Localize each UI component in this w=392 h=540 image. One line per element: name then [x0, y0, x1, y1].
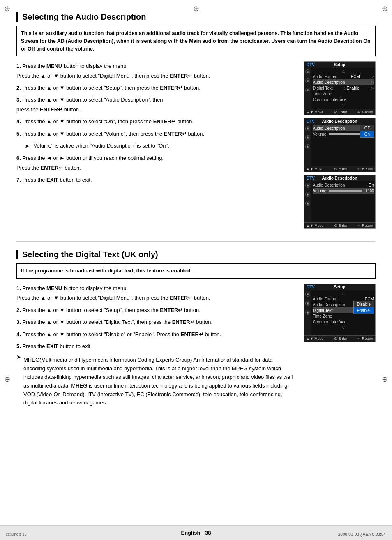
s2-step2: 2. Press the ▲ or ▼ button to select "Se…	[16, 305, 295, 315]
tv-screen3-content: Audio Description : On Volume I 100	[311, 181, 375, 222]
tv-row-dt-label: Digital Text	[313, 86, 333, 90]
section1-intro-text: This is an auxiliary audio function that…	[21, 30, 371, 52]
tv-footer4-move: ▲▼ Move	[306, 337, 323, 341]
tv-row-timezone: Time Zone	[313, 91, 374, 97]
tv-row-af-value: : PCM	[348, 74, 360, 79]
tv4-row-common-interface: Common Interface	[313, 319, 374, 325]
tv-row-audio-format: Audio Format : PCM ▷	[313, 74, 374, 79]
compass-top-left-icon: ⊕	[4, 4, 10, 13]
tv-screen1-icons: ◉ ◉ ◉	[304, 68, 311, 109]
bottom-right-text: 2008-03-03 ¿ÀÈÄ 5:03:54	[338, 532, 386, 537]
step5-note: ➤ "Volume" is active when "Audio Descrip…	[25, 141, 295, 151]
tv-screen1-header: DTV Setup	[304, 62, 375, 68]
s2-step4: 4. Press the ▲ or ▼ button to select "Di…	[16, 330, 295, 339]
section2-instructions: 1. Press the MENU button to display the …	[16, 284, 295, 409]
tv-screen4-nav-up: △	[313, 291, 374, 296]
tv-footer2-enter: ⊙ Enter	[334, 167, 347, 171]
tv-screen3-footer: ▲▼ Move ⊙ Enter ↩ Return	[304, 222, 375, 228]
tv-footer4-enter: ⊙ Enter	[334, 337, 347, 341]
tv-screen1-dtv: DTV	[307, 62, 315, 67]
mheg-note-text: MHEG(Multimedia and Hypermedia Informati…	[23, 356, 295, 407]
bottom-bar: English - 38	[0, 525, 392, 540]
tv2-popup-on: On	[360, 131, 374, 137]
tv4-popup: Disable Enable	[353, 301, 374, 314]
bottom-page-num: - 38	[202, 530, 211, 536]
tv-footer2-return: ↩ Return	[357, 167, 373, 171]
mheg-note-line: ➤ MHEG(Multimedia and Hypermedia Informa…	[16, 353, 295, 407]
tv-screen1-nav-up: △	[313, 69, 374, 74]
tv4-row-digital-text: Digital Text Disable Enable	[313, 307, 374, 313]
step1: 1. Press the MENU button to display the …	[16, 61, 295, 81]
step4: 4. Press the ▲ or ▼ button to select "On…	[16, 117, 295, 126]
tv-screen4-icons: ◉ ◉ ◉	[304, 290, 311, 335]
tv-icon2: ◉	[305, 78, 310, 83]
tv-icon3: ◉	[305, 88, 310, 92]
section2-steps-list: 1. Press the MENU button to display the …	[16, 284, 295, 351]
tv-screen4-nav-down: ▽	[313, 325, 374, 330]
tv-row-digital-text: Digital Text : Enable ▷	[313, 85, 374, 91]
s2-step5: 5. Press the EXIT button to exit.	[16, 342, 295, 351]
section2-tv-panel: DTV Setup ◉ ◉ ◉ △ Audio For	[304, 284, 376, 409]
section-audio-description: Selecting the Audio Description This is …	[16, 12, 376, 229]
section1-note5: "Volume" is active when "Audio Descripti…	[32, 141, 169, 150]
tv2-ad-label: Audio Description	[313, 126, 345, 131]
tv2-icon2: ◉	[305, 135, 310, 140]
tv4-popup-disable: Disable	[354, 301, 374, 307]
compass-top-right-icon: ⊕	[382, 4, 388, 13]
section2-intro: If the programme is broadcast with digit…	[16, 263, 376, 279]
language-label: English	[181, 530, 201, 536]
tv-screen2-content: Audio Description Volume I 100	[311, 125, 375, 166]
section1-title: Selecting the Audio Description	[16, 12, 376, 22]
section1-steps-list: 1. Press the MENU button to display the …	[16, 61, 295, 185]
tv-screen-1: DTV Setup ◉ ◉ ◉ △ Audio For	[304, 61, 376, 115]
tv-screen1-content: △ Audio Format : PCM ▷ Audio Description…	[311, 68, 375, 109]
tv-footer1-enter: ⊙ Enter	[334, 110, 347, 114]
tv-row-ad-label: Audio Description	[313, 80, 345, 85]
tv-screen3-body: ◉ ◉ ◉ Audio Description : On Volume	[304, 181, 375, 222]
tv-footer1-return: ↩ Return	[357, 110, 373, 114]
tv-footer3-return: ↩ Return	[357, 224, 373, 228]
tv-footer3-move: ▲▼ Move	[306, 224, 323, 228]
tv-screen-4: DTV Setup ◉ ◉ ◉ △ Audio For	[304, 284, 376, 342]
tv-screen3-title: Audio Description	[315, 176, 364, 180]
tv4-icon3: ◉	[305, 310, 310, 315]
section-digital-text: Selecting the Digital Text (UK only) If …	[16, 250, 376, 409]
tv4-tz-label: Time Zone	[313, 314, 332, 318]
compass-mid-left-icon: ⊕	[4, 375, 10, 384]
tv-row-ci-label: Common Interface	[313, 97, 346, 102]
section-divider	[16, 241, 376, 242]
tv-screen2-body: ◉ ◉ ◉ Audio Description Volume	[304, 125, 375, 166]
tv3-vol-bar	[329, 190, 364, 192]
tv3-vol-value: I 100	[366, 189, 374, 193]
tv4-icon2: ◉	[305, 301, 310, 306]
s2-step3: 3. Press the ▲ or ▼ button to select "Di…	[16, 317, 295, 327]
step7: 7. Press the EXIT button to exit.	[16, 175, 295, 185]
tv2-popup: Off On	[360, 125, 374, 138]
tv-screen4-title: Setup	[315, 285, 364, 289]
tv3-vol-fill	[329, 190, 362, 192]
tv-screen-2: DTV Audio Description ◉ ◉ ◉ Audio Descri…	[304, 118, 376, 172]
step5: 5. Press the ▲ or ▼ button to select "Vo…	[16, 129, 295, 138]
tv-screen-3: DTV Audio Description ◉ ◉ ◉ Audio Descri…	[304, 175, 376, 229]
page-wrapper: ⊕ ⊕ ⊕ Selecting the Audio Description Th…	[0, 0, 392, 540]
tv2-popup-off: Off	[360, 125, 374, 131]
tv-footer3-enter: ⊙ Enter	[334, 224, 347, 228]
tv2-vol-fill	[329, 133, 362, 135]
tv-screen1-title: Setup	[315, 62, 364, 67]
tv-row-audio-desc: Audio Description ▷	[313, 79, 374, 85]
step3: 3. Press the ▲ or ▼ button to select "Au…	[16, 95, 295, 114]
compass-top-icon: ⊕	[193, 4, 199, 13]
tv3-icon1: ◉	[305, 183, 310, 188]
tv3-vol-bar-wrap: I 100	[329, 189, 374, 193]
tv-screen3-header: DTV Audio Description	[304, 175, 375, 181]
section1-instructions: 1. Press the MENU button to display the …	[16, 61, 295, 229]
tv-row-af-arrow: ▷	[371, 74, 374, 78]
tv2-vol-label: Volume	[313, 132, 326, 136]
tv3-row-volume: Volume I 100	[313, 188, 374, 194]
tv-screen4-header: DTV Setup	[304, 284, 375, 290]
tv-footer4-return: ↩ Return	[357, 337, 373, 341]
tv4-af-value: : PCM	[362, 297, 374, 301]
section2-title: Selecting the Digital Text (UK only)	[16, 250, 376, 259]
tv-footer2-move: ▲▼ Move	[306, 167, 323, 171]
tv-screen2-icons: ◉ ◉ ◉	[304, 125, 311, 166]
